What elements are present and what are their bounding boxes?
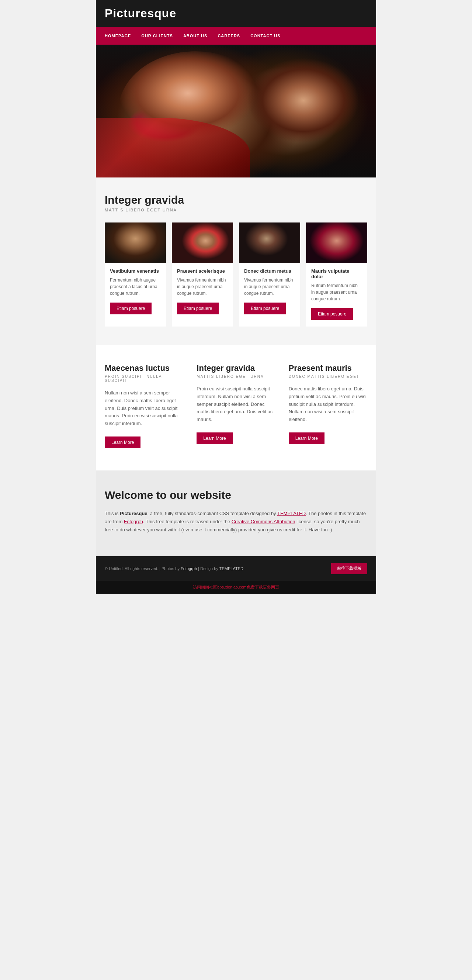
site-footer: © Untitled. All rights reserved. | Photo…	[96, 556, 376, 581]
feature-card-4: Mauris vulputate dolorRutrum fermentum n…	[306, 223, 367, 326]
col-heading-3: Praesent mauris	[289, 363, 367, 373]
card-text-1: Fermentum nibh augue praesent a lacus at…	[110, 277, 161, 297]
fotogrph-link[interactable]: Fotogrph	[124, 519, 143, 524]
col-heading-1: Maecenas luctus	[105, 363, 183, 373]
card-text-3: Vivamus fermentum nibh in augue praesent…	[244, 277, 295, 297]
col-heading-2: Integer gravida	[197, 363, 275, 373]
column-item-1: Maecenas luctusPROIN SUSCIPIT NULLA SUSC…	[105, 363, 183, 448]
card-image-1	[105, 223, 166, 263]
features-heading: Integer gravida	[105, 194, 367, 206]
site-nav: HOMEPAGEOUR CLIENTSABOUT USCAREERSCONTAC…	[96, 27, 376, 45]
card-title-4: Mauris vulputate dolor	[311, 268, 362, 279]
site-title: Picturesque	[105, 6, 367, 20]
hero-scarf	[96, 118, 250, 178]
nav-item-homepage[interactable]: HOMEPAGE	[105, 29, 131, 43]
card-image-3	[239, 223, 300, 263]
feature-card-2: Praesent scelerisqueVivamus fermentum ni…	[172, 223, 233, 326]
nav-item-careers[interactable]: CAREERS	[218, 29, 240, 43]
card-title-2: Praesent scelerisque	[177, 268, 228, 274]
nav-item-contact-us[interactable]: CONTACT US	[250, 29, 280, 43]
col-text-2: Proin eu wisi suscipit nulla suscipit in…	[197, 385, 275, 423]
col-subtitle-3: DONEC MATTIS LIBERO EGET	[289, 374, 367, 379]
cc-link[interactable]: Creative Commons Attribution	[232, 519, 296, 524]
card-text-2: Vivamus fermentum nibh in augue praesent…	[177, 277, 228, 297]
col-text-3: Donec mattis libero eget urna. Duis pret…	[289, 385, 367, 423]
nav-item-about-us[interactable]: ABOUT US	[183, 29, 207, 43]
col-subtitle-2: MATTIS LIBERO EGET URNA	[197, 374, 275, 379]
learn-more-button-1[interactable]: Learn More	[105, 436, 140, 448]
features-section: Integer gravida MATTIS LIBERO EGET URNA …	[96, 178, 376, 345]
features-subtitle: MATTIS LIBERO EGET URNA	[105, 208, 367, 212]
welcome-heading: Welcome to our website	[105, 489, 367, 501]
card-title-1: Vestibulum venenatis	[110, 268, 161, 274]
feature-card-3: Donec dictum metusVivamus fermentum nibh…	[239, 223, 300, 326]
column-item-2: Integer gravidaMATTIS LIBERO EGET URNAPr…	[197, 363, 275, 448]
welcome-text: This is Picturesque, a free, fully stand…	[105, 509, 367, 534]
col-subtitle-1: PROIN SUSCIPIT NULLA SUSCIPIT	[105, 374, 183, 383]
hero-section	[96, 45, 376, 178]
card-button-2[interactable]: Etiam posuere	[177, 302, 219, 314]
footer-fotogrph-link[interactable]: Fotogrph	[181, 566, 197, 571]
card-button-3[interactable]: Etiam posuere	[244, 302, 286, 314]
learn-more-button-2[interactable]: Learn More	[197, 433, 232, 444]
footer-copyright: © Untitled. All rights reserved. | Photo…	[105, 566, 245, 571]
bottom-bar: 访问幽幽社区bbs.xienlao.com免费下载更多网页	[96, 581, 376, 594]
card-button-1[interactable]: Etiam posuere	[110, 302, 151, 314]
card-button-4[interactable]: Etiam posuere	[311, 308, 353, 320]
card-image-2	[172, 223, 233, 263]
brand-name: Picturesque	[120, 511, 147, 516]
card-title-3: Donec dictum metus	[244, 268, 295, 274]
templated-link[interactable]: TEMPLATED	[277, 511, 306, 516]
learn-more-button-3[interactable]: Learn More	[289, 433, 324, 444]
card-image-4	[306, 223, 367, 263]
three-col-section: Maecenas luctusPROIN SUSCIPIT NULLA SUSC…	[96, 345, 376, 471]
column-item-3: Praesent maurisDONEC MATTIS LIBERO EGETD…	[289, 363, 367, 448]
download-button[interactable]: 前往下载模板	[331, 563, 367, 574]
three-col-grid: Maecenas luctusPROIN SUSCIPIT NULLA SUSC…	[105, 363, 367, 448]
cards-grid: Vestibulum venenatisFermentum nibh augue…	[105, 223, 367, 326]
feature-card-1: Vestibulum venenatisFermentum nibh augue…	[105, 223, 166, 326]
hero-image	[96, 45, 376, 178]
nav-item-our-clients[interactable]: OUR CLIENTS	[141, 29, 173, 43]
welcome-section: Welcome to our website This is Picturesq…	[96, 471, 376, 556]
col-text-1: Nullam non wisi a sem semper eleifend. D…	[105, 389, 183, 428]
site-header: Picturesque	[96, 0, 376, 27]
card-text-4: Rutrum fermentum nibh in augue praesent …	[311, 282, 362, 302]
footer-templated-link[interactable]: TEMPLATED.	[219, 566, 245, 571]
